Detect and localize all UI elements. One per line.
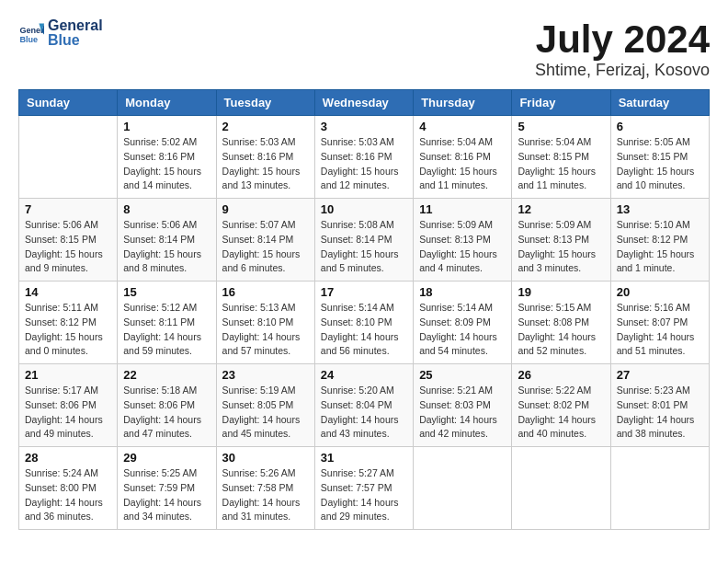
calendar-cell: 24Sunrise: 5:20 AMSunset: 8:04 PMDayligh… <box>314 364 413 447</box>
day-number: 16 <box>222 285 309 299</box>
day-number: 18 <box>419 285 506 299</box>
calendar-cell: 29Sunrise: 5:25 AMSunset: 7:59 PMDayligh… <box>118 447 216 530</box>
day-number: 28 <box>25 451 111 465</box>
logo-text-blue: Blue <box>48 33 103 48</box>
day-number: 2 <box>222 120 309 133</box>
day-info: Sunrise: 5:04 AMSunset: 8:16 PMDaylight:… <box>419 135 506 193</box>
day-info: Sunrise: 5:05 AMSunset: 8:15 PMDaylight:… <box>617 135 703 193</box>
calendar-cell <box>19 116 118 199</box>
day-number: 21 <box>25 368 111 382</box>
weekday-header-wednesday: Wednesday <box>314 90 413 116</box>
calendar-week-row: 14Sunrise: 5:11 AMSunset: 8:12 PMDayligh… <box>19 282 710 364</box>
day-number: 1 <box>123 120 210 133</box>
calendar-cell: 16Sunrise: 5:13 AMSunset: 8:10 PMDayligh… <box>216 282 314 364</box>
day-info: Sunrise: 5:20 AMSunset: 8:04 PMDaylight:… <box>321 384 407 442</box>
day-number: 19 <box>518 285 604 299</box>
calendar-cell: 12Sunrise: 5:09 AMSunset: 8:13 PMDayligh… <box>512 199 610 282</box>
day-info: Sunrise: 5:26 AMSunset: 7:58 PMDaylight:… <box>222 466 309 524</box>
calendar-cell <box>414 447 512 530</box>
calendar-cell: 15Sunrise: 5:12 AMSunset: 8:11 PMDayligh… <box>118 282 216 364</box>
calendar-cell <box>512 447 610 530</box>
calendar-cell: 14Sunrise: 5:11 AMSunset: 8:12 PMDayligh… <box>19 282 118 364</box>
day-info: Sunrise: 5:24 AMSunset: 8:00 PMDaylight:… <box>25 466 111 524</box>
day-number: 13 <box>617 202 703 216</box>
day-number: 11 <box>419 202 506 216</box>
calendar-cell: 19Sunrise: 5:15 AMSunset: 8:08 PMDayligh… <box>512 282 610 364</box>
day-info: Sunrise: 5:27 AMSunset: 7:57 PMDaylight:… <box>321 466 407 524</box>
weekday-header-thursday: Thursday <box>414 90 512 116</box>
calendar-cell: 7Sunrise: 5:06 AMSunset: 8:15 PMDaylight… <box>19 199 118 282</box>
calendar-week-row: 21Sunrise: 5:17 AMSunset: 8:06 PMDayligh… <box>19 364 710 447</box>
day-number: 9 <box>222 202 309 216</box>
svg-text:Blue: Blue <box>19 35 38 44</box>
day-info: Sunrise: 5:04 AMSunset: 8:15 PMDaylight:… <box>518 135 604 193</box>
weekday-header-friday: Friday <box>512 90 610 116</box>
day-info: Sunrise: 5:16 AMSunset: 8:07 PMDaylight:… <box>617 301 703 359</box>
calendar-cell: 6Sunrise: 5:05 AMSunset: 8:15 PMDaylight… <box>610 116 709 199</box>
day-number: 12 <box>518 202 604 216</box>
calendar-cell: 25Sunrise: 5:21 AMSunset: 8:03 PMDayligh… <box>414 364 512 447</box>
day-info: Sunrise: 5:22 AMSunset: 8:02 PMDaylight:… <box>518 384 604 442</box>
day-info: Sunrise: 5:14 AMSunset: 8:10 PMDaylight:… <box>321 301 407 359</box>
day-number: 27 <box>617 368 703 382</box>
day-info: Sunrise: 5:08 AMSunset: 8:14 PMDaylight:… <box>321 218 407 276</box>
calendar-cell: 21Sunrise: 5:17 AMSunset: 8:06 PMDayligh… <box>19 364 118 447</box>
day-number: 14 <box>25 285 111 299</box>
calendar-cell: 20Sunrise: 5:16 AMSunset: 8:07 PMDayligh… <box>610 282 709 364</box>
weekday-header-saturday: Saturday <box>610 90 709 116</box>
calendar-cell: 11Sunrise: 5:09 AMSunset: 8:13 PMDayligh… <box>414 199 512 282</box>
location-subtitle: Shtime, Ferizaj, Kosovo <box>535 61 710 80</box>
calendar-cell: 8Sunrise: 5:06 AMSunset: 8:14 PMDaylight… <box>118 199 216 282</box>
day-number: 10 <box>321 202 407 216</box>
day-info: Sunrise: 5:19 AMSunset: 8:05 PMDaylight:… <box>222 384 309 442</box>
day-info: Sunrise: 5:17 AMSunset: 8:06 PMDaylight:… <box>25 384 111 442</box>
day-number: 23 <box>222 368 309 382</box>
day-info: Sunrise: 5:11 AMSunset: 8:12 PMDaylight:… <box>25 301 111 359</box>
day-number: 5 <box>518 120 604 133</box>
day-info: Sunrise: 5:18 AMSunset: 8:06 PMDaylight:… <box>123 384 210 442</box>
calendar-cell: 13Sunrise: 5:10 AMSunset: 8:12 PMDayligh… <box>610 199 709 282</box>
calendar-week-row: 28Sunrise: 5:24 AMSunset: 8:00 PMDayligh… <box>19 447 710 530</box>
day-info: Sunrise: 5:02 AMSunset: 8:16 PMDaylight:… <box>123 135 210 193</box>
day-info: Sunrise: 5:12 AMSunset: 8:11 PMDaylight:… <box>123 301 210 359</box>
day-number: 22 <box>123 368 210 382</box>
day-number: 7 <box>25 202 111 216</box>
calendar-cell: 2Sunrise: 5:03 AMSunset: 8:16 PMDaylight… <box>216 116 314 199</box>
calendar-cell: 30Sunrise: 5:26 AMSunset: 7:58 PMDayligh… <box>216 447 314 530</box>
calendar-cell: 1Sunrise: 5:02 AMSunset: 8:16 PMDaylight… <box>118 116 216 199</box>
day-number: 8 <box>123 202 210 216</box>
day-number: 3 <box>321 120 407 133</box>
calendar-cell: 22Sunrise: 5:18 AMSunset: 8:06 PMDayligh… <box>118 364 216 447</box>
weekday-header-sunday: Sunday <box>19 90 118 116</box>
calendar-cell: 3Sunrise: 5:03 AMSunset: 8:16 PMDaylight… <box>314 116 413 199</box>
day-info: Sunrise: 5:25 AMSunset: 7:59 PMDaylight:… <box>123 466 210 524</box>
calendar-cell: 23Sunrise: 5:19 AMSunset: 8:05 PMDayligh… <box>216 364 314 447</box>
day-info: Sunrise: 5:14 AMSunset: 8:09 PMDaylight:… <box>419 301 506 359</box>
calendar-cell: 28Sunrise: 5:24 AMSunset: 8:00 PMDayligh… <box>19 447 118 530</box>
page-header: General Blue General Blue July 2024 Shti… <box>18 18 710 80</box>
calendar-week-row: 7Sunrise: 5:06 AMSunset: 8:15 PMDaylight… <box>19 199 710 282</box>
day-info: Sunrise: 5:06 AMSunset: 8:15 PMDaylight:… <box>25 218 111 276</box>
day-number: 6 <box>617 120 703 133</box>
weekday-header-monday: Monday <box>118 90 216 116</box>
day-number: 26 <box>518 368 604 382</box>
day-info: Sunrise: 5:09 AMSunset: 8:13 PMDaylight:… <box>518 218 604 276</box>
day-number: 17 <box>321 285 407 299</box>
day-info: Sunrise: 5:23 AMSunset: 8:01 PMDaylight:… <box>617 384 703 442</box>
day-number: 4 <box>419 120 506 133</box>
day-info: Sunrise: 5:10 AMSunset: 8:12 PMDaylight:… <box>617 218 703 276</box>
day-info: Sunrise: 5:03 AMSunset: 8:16 PMDaylight:… <box>222 135 309 193</box>
day-number: 25 <box>419 368 506 382</box>
day-info: Sunrise: 5:07 AMSunset: 8:14 PMDaylight:… <box>222 218 309 276</box>
weekday-header-tuesday: Tuesday <box>216 90 314 116</box>
calendar-cell: 9Sunrise: 5:07 AMSunset: 8:14 PMDaylight… <box>216 199 314 282</box>
calendar-cell: 4Sunrise: 5:04 AMSunset: 8:16 PMDaylight… <box>414 116 512 199</box>
day-info: Sunrise: 5:09 AMSunset: 8:13 PMDaylight:… <box>419 218 506 276</box>
day-number: 15 <box>123 285 210 299</box>
day-number: 30 <box>222 451 309 465</box>
day-number: 20 <box>617 285 703 299</box>
day-info: Sunrise: 5:21 AMSunset: 8:03 PMDaylight:… <box>419 384 506 442</box>
logo-text-general: General <box>48 18 103 33</box>
calendar-cell: 26Sunrise: 5:22 AMSunset: 8:02 PMDayligh… <box>512 364 610 447</box>
calendar-cell: 10Sunrise: 5:08 AMSunset: 8:14 PMDayligh… <box>314 199 413 282</box>
